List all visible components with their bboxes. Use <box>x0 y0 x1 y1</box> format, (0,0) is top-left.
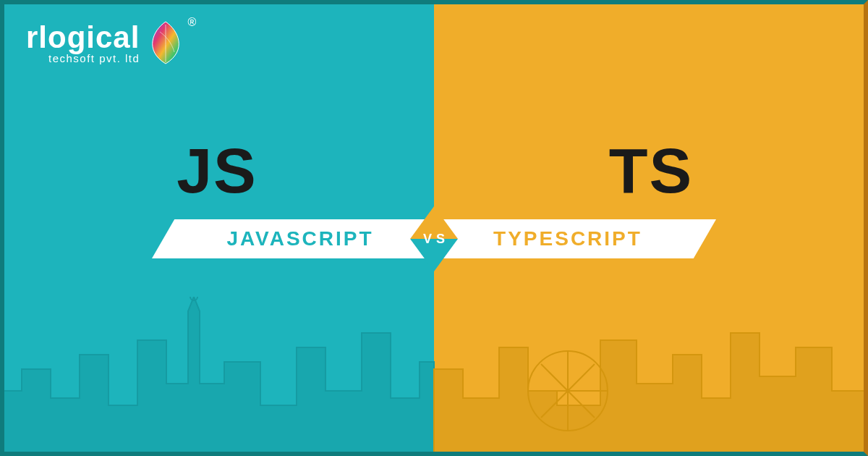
vs-badge: VS <box>410 215 458 263</box>
vs-text: VS <box>410 215 458 263</box>
